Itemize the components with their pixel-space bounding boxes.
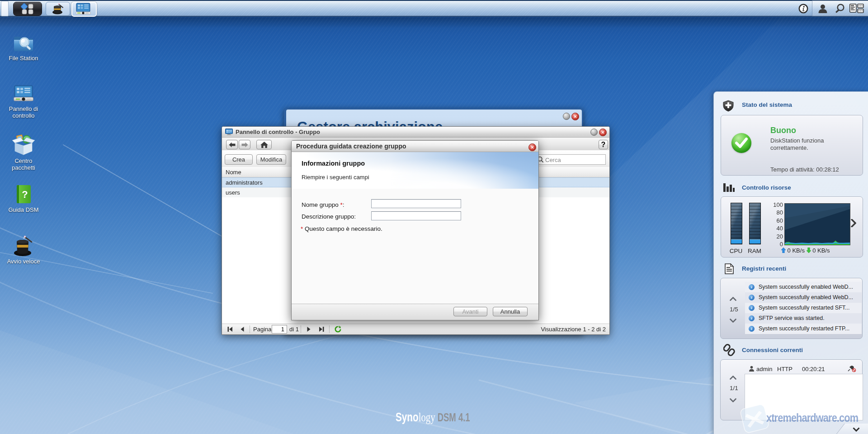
svg-text:?: ? [22, 189, 28, 200]
